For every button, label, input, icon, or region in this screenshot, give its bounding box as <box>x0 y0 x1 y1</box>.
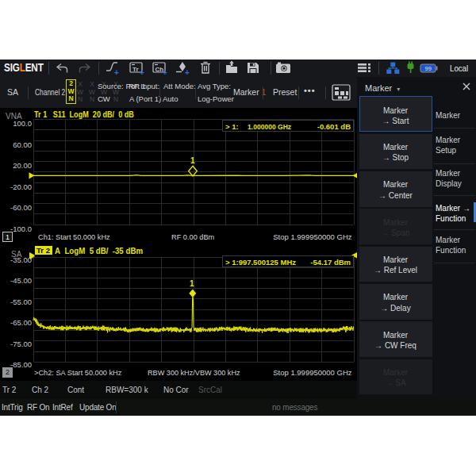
svg-text:+: + <box>140 68 144 77</box>
svg-text:99: 99 <box>425 65 432 72</box>
svg-text:Tr: Tr <box>132 66 139 73</box>
svg-text:+: + <box>185 68 190 77</box>
svg-text:+: + <box>163 68 167 77</box>
svg-text:+: + <box>114 68 119 77</box>
